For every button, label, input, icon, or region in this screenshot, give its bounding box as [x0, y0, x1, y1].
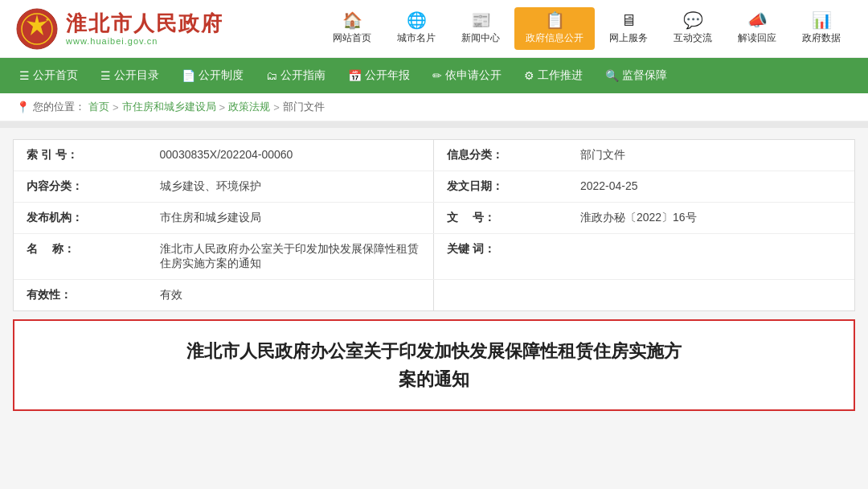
green-nav-公开年报[interactable]: 📅公开年报	[337, 58, 421, 93]
breadcrumb-sep: >	[273, 101, 280, 113]
top-nav: 🏠网站首页🌐城市名片📰新闻中心📋政府信息公开🖥网上服务💬互动交流📣解读回应📊政府…	[321, 7, 852, 50]
green-nav-工作推进[interactable]: ⚙工作推进	[513, 58, 594, 93]
green-nav-依申请公开[interactable]: ✏依申请公开	[421, 58, 513, 93]
interact-nav-icon: 💬	[683, 12, 703, 28]
info-value: 部门文件	[567, 140, 854, 171]
info-label: 关键 词：	[434, 234, 567, 280]
green-navigation: ☰公开首页☰公开目录📄公开制度🗂公开指南📅公开年报✏依申请公开⚙工作推进🔍监督保…	[0, 58, 868, 93]
breadcrumb-sep: >	[113, 101, 119, 113]
info-row: 索 引 号：00030835X/202204-00060信息分类：部门文件	[14, 140, 854, 171]
home-nav-icon: 🏠	[342, 12, 362, 28]
document-info-section: 索 引 号：00030835X/202204-00060信息分类：部门文件内容分…	[13, 139, 855, 311]
info-label: 有效性：	[14, 280, 147, 311]
nav-item-feedback[interactable]: 📣解读回应	[727, 7, 788, 50]
info-value	[567, 234, 854, 280]
site-title: 淮北市人民政府	[66, 11, 223, 36]
nav-item-service[interactable]: 🖥网上服务	[598, 7, 659, 50]
nav-item-city[interactable]: 🌐城市名片	[386, 7, 447, 50]
nav-item-info[interactable]: 📋政府信息公开	[514, 7, 595, 50]
nav-item-home[interactable]: 🏠网站首页	[321, 7, 383, 50]
info-value: 淮政办秘〔2022〕16号	[567, 203, 854, 234]
document-title-box: 淮北市人民政府办公室关于印发加快发展保障性租赁住房实施方案的通知	[13, 319, 855, 411]
info-row: 有效性：有效	[14, 280, 854, 311]
breadcrumb-item-0[interactable]: 首页	[88, 100, 109, 114]
green-nav-公开指南[interactable]: 🗂公开指南	[255, 58, 337, 93]
info-nav-icon: 📋	[545, 12, 565, 28]
breadcrumb-sep: >	[219, 101, 226, 113]
news-nav-icon: 📰	[471, 12, 491, 28]
breadcrumb-item-1[interactable]: 市住房和城乡建设局	[122, 100, 216, 114]
info-value: 城乡建设、环境保护	[147, 171, 434, 203]
info-value: 市住房和城乡建设局	[147, 203, 434, 234]
info-label: 内容分类：	[14, 171, 147, 203]
feedback-nav-icon: 📣	[747, 12, 768, 28]
info-label: 文 号：	[434, 203, 567, 234]
nav-item-interact[interactable]: 💬互动交流	[662, 7, 723, 50]
info-label	[434, 280, 567, 311]
info-value	[567, 280, 854, 311]
info-label: 名 称：	[14, 234, 147, 280]
green-nav-公开目录[interactable]: ☰公开目录	[89, 58, 170, 93]
info-row: 名 称：淮北市人民政府办公室关于印发加快发展保障性租赁住房实施方案的通知关键 词…	[14, 234, 854, 280]
green-nav-公开制度[interactable]: 📄公开制度	[170, 58, 255, 93]
green-nav-监督保障[interactable]: 🔍监督保障	[594, 58, 678, 93]
nav-item-news[interactable]: 📰新闻中心	[450, 7, 511, 50]
info-table: 索 引 号：00030835X/202204-00060信息分类：部门文件内容分…	[14, 140, 854, 310]
info-value: 00030835X/202204-00060	[147, 140, 434, 171]
logo-text: 淮北市人民政府 www.huaibei.gov.cn	[66, 11, 223, 46]
location-icon: 📍	[16, 101, 30, 113]
green-nav-公开首页[interactable]: ☰公开首页	[8, 58, 89, 93]
info-label: 发文日期：	[434, 171, 567, 203]
breadcrumb-item-3: 部门文件	[283, 100, 325, 114]
info-row: 发布机构：市住房和城乡建设局文 号：淮政办秘〔2022〕16号	[14, 203, 854, 234]
info-value: 2022-04-25	[567, 171, 854, 203]
logo-area: 淮北市人民政府 www.huaibei.gov.cn	[16, 8, 223, 50]
data-nav-icon: 📊	[812, 12, 832, 28]
breadcrumb-item-2[interactable]: 政策法规	[228, 100, 270, 114]
nav-item-data[interactable]: 📊政府数据	[791, 7, 852, 50]
info-value: 有效	[147, 280, 434, 311]
info-row: 内容分类：城乡建设、环境保护发文日期：2022-04-25	[14, 171, 854, 203]
section-divider	[0, 121, 868, 128]
government-emblem	[16, 8, 58, 50]
info-label: 索 引 号：	[14, 140, 147, 171]
document-main-title: 淮北市人民政府办公室关于印发加快发展保障性租赁住房实施方案的通知	[39, 337, 829, 393]
site-url: www.huaibei.gov.cn	[66, 36, 223, 46]
info-value: 淮北市人民政府办公室关于印发加快发展保障性租赁住房实施方案的通知	[147, 234, 434, 280]
info-label: 信息分类：	[434, 140, 567, 171]
service-nav-icon: 🖥	[620, 12, 637, 28]
city-nav-icon: 🌐	[407, 12, 427, 28]
info-label: 发布机构：	[14, 203, 147, 234]
breadcrumb-prefix: 您的位置：	[33, 100, 85, 114]
page-header: 淮北市人民政府 www.huaibei.gov.cn 🏠网站首页🌐城市名片📰新闻…	[0, 0, 868, 58]
breadcrumb: 📍 您的位置： 首页 > 市住房和城乡建设局 > 政策法规 > 部门文件	[0, 93, 868, 121]
